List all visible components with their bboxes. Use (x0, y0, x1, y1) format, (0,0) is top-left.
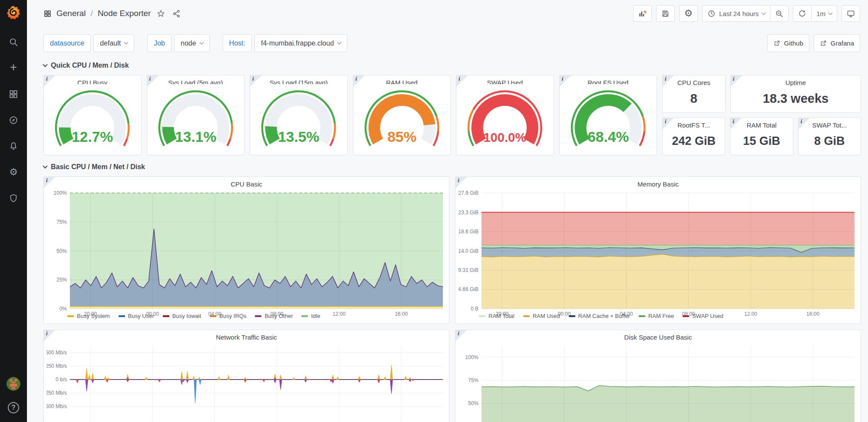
legend-color-chip (119, 315, 125, 317)
add-icon[interactable]: + (8, 63, 19, 73)
network-traffic-basic-chart[interactable]: 500 Mb/s250 Mb/s0 b/s-250 Mb/s-500 Mb/s2… (46, 342, 446, 422)
svg-text:50%: 50% (56, 248, 67, 254)
panel-title[interactable]: Memory Basic (455, 177, 861, 188)
legend-item[interactable]: RAM Used (523, 313, 560, 319)
disk-space-used-basic-chart[interactable]: 100%75%50%25%0%20:0000:0004:0008:0012:00… (458, 342, 858, 422)
sidebar: + ⚙ (0, 0, 27, 422)
panel-title[interactable]: Root FS Used (560, 75, 657, 84)
chevron-down-icon (43, 62, 47, 67)
legend-item[interactable]: RAM Free (639, 313, 674, 319)
svg-text:50%: 50% (468, 400, 479, 406)
legend-item[interactable]: RAM Total (479, 313, 515, 319)
panel-info-corner[interactable]: i (456, 75, 468, 87)
legend-item[interactable]: Busy User (119, 313, 154, 319)
search-icon[interactable] (8, 37, 19, 47)
dashboard-settings-button[interactable]: ⚙ (679, 5, 698, 22)
panel-info-corner[interactable]: i (731, 75, 742, 87)
panel-info-corner[interactable]: i (663, 75, 674, 87)
explore-compass-icon[interactable] (8, 115, 19, 125)
row-quick-cpu-mem-disk[interactable]: Quick CPU / Mem / Disk (43, 62, 861, 69)
ram-used-gauge: 85% (353, 84, 451, 155)
panel-disk-space-used-basic: i Disk Space Used Basic 100%75%50%25%0%2… (455, 330, 861, 422)
svg-text:500 Mb/s: 500 Mb/s (46, 350, 67, 356)
panel-info-corner[interactable]: i (799, 118, 810, 129)
var-value-host[interactable]: f4-mumbai.frappe.cloud (254, 34, 347, 52)
memory-basic-chart[interactable]: 0 B4.66 GiB9.31 GiB14.0 GiB18.6 GiB23.3 … (458, 189, 858, 312)
navbar: General / Node Exporter (27, 0, 868, 27)
time-range-picker[interactable]: Last 24 hours (702, 5, 770, 22)
panel-info-corner[interactable]: i (147, 75, 158, 87)
legend-color-chip (255, 315, 261, 317)
breadcrumb-page[interactable]: Node Exporter (98, 9, 151, 18)
github-link[interactable]: Github (767, 34, 809, 52)
panel-info-corner[interactable]: i (455, 330, 467, 341)
add-panel-button[interactable] (633, 5, 652, 22)
panel-sys-load-15m: i Sys Load (15m avg) 13.5% (250, 75, 348, 155)
svg-text:85%: 85% (387, 128, 416, 144)
cpu-basic-chart[interactable]: 0%25%50%75%100%20:0000:0004:0008:0012:00… (46, 189, 446, 312)
legend-item[interactable]: Busy Other (255, 313, 293, 319)
legend-item[interactable]: Busy System (67, 313, 110, 319)
dashboards-icon[interactable] (8, 89, 19, 99)
server-admin-shield-icon[interactable] (8, 193, 19, 203)
row-basic-cpu-mem-net-disk[interactable]: Basic CPU / Mem / Net / Disk (43, 163, 861, 171)
panel-title[interactable]: SWAP Used (456, 75, 554, 84)
legend-item[interactable]: Busy IRQs (210, 313, 246, 319)
panel-title[interactable]: Uptime (731, 75, 861, 86)
panel-cpu-busy: i CPU Busy 12.7% (43, 75, 142, 155)
panel-info-corner[interactable]: i (44, 330, 55, 341)
legend-item[interactable]: Busy Iowait (163, 313, 201, 319)
help-icon[interactable]: ? (8, 402, 19, 413)
panel-title[interactable]: CPU Basic (44, 177, 449, 188)
dashboard-grid-icon (43, 10, 52, 18)
svg-text:75%: 75% (56, 219, 67, 225)
configuration-gear-icon[interactable]: ⚙ (8, 167, 19, 177)
panel-info-corner[interactable]: i (730, 118, 742, 129)
grafana-link[interactable]: Grafana (814, 34, 860, 52)
panel-info-corner[interactable]: i (663, 118, 674, 129)
var-value-job[interactable]: node (174, 34, 210, 52)
panel-info-corner[interactable]: i (44, 75, 55, 87)
star-icon[interactable] (155, 8, 166, 19)
save-dashboard-button[interactable] (656, 5, 675, 22)
panel-title[interactable]: Disk Space Used Basic (455, 330, 861, 341)
panel-info-corner[interactable]: i (560, 75, 571, 87)
panel-info-corner[interactable]: i (455, 177, 467, 188)
tv-mode-button[interactable] (842, 5, 860, 22)
panel-info-corner[interactable]: i (250, 75, 261, 87)
panel-info-corner[interactable]: i (353, 75, 365, 87)
stat-value: 15 GiB (730, 129, 792, 155)
legend-color-chip (569, 315, 575, 317)
var-value-datasource[interactable]: default (93, 34, 134, 52)
breadcrumb-section[interactable]: General (56, 9, 86, 18)
refresh-interval-picker[interactable]: 1m (812, 5, 837, 22)
panel-cpu-cores: i CPU Cores 8 (662, 75, 726, 113)
variables-bar: datasource default Job node Host: f4-mum… (27, 27, 868, 54)
panel-title[interactable]: Network Traffic Basic (44, 330, 449, 341)
svg-text:4.66 GiB: 4.66 GiB (458, 286, 479, 292)
legend-item[interactable]: SWAP Used (683, 313, 723, 319)
panel-title[interactable]: CPU Busy (44, 75, 141, 84)
var-label-job: Job (147, 34, 172, 52)
breadcrumb: General / Node Exporter (43, 8, 182, 19)
svg-text:9.31 GiB: 9.31 GiB (458, 267, 479, 273)
grafana-logo[interactable] (6, 5, 21, 20)
panel-info-corner[interactable]: i (44, 177, 55, 188)
user-avatar[interactable] (7, 377, 20, 391)
refresh-button[interactable] (793, 5, 812, 22)
alerting-bell-icon[interactable] (8, 141, 19, 151)
chevron-down-icon (199, 40, 204, 45)
stat-value: 8 (663, 86, 725, 112)
panel-title[interactable]: Sys Load (5m avg) (147, 75, 244, 84)
var-label-datasource: datasource (43, 34, 91, 52)
dashboard-area: Quick CPU / Mem / Disk i CPU Busy 12.7% … (27, 54, 868, 422)
panel-sys-load-5m: i Sys Load (5m avg) 13.1% (147, 75, 245, 155)
legend-item[interactable]: Idle (301, 313, 320, 319)
panel-title[interactable]: RAM Used (353, 75, 451, 84)
panel-title[interactable]: Sys Load (15m avg) (250, 75, 347, 84)
zoom-out-button[interactable] (770, 5, 789, 22)
panel-ram-used: i RAM Used 85% (353, 75, 451, 155)
share-icon[interactable] (171, 8, 182, 19)
legend-label: Idle (311, 313, 320, 319)
legend-item[interactable]: RAM Cache + Buffer (569, 313, 630, 319)
